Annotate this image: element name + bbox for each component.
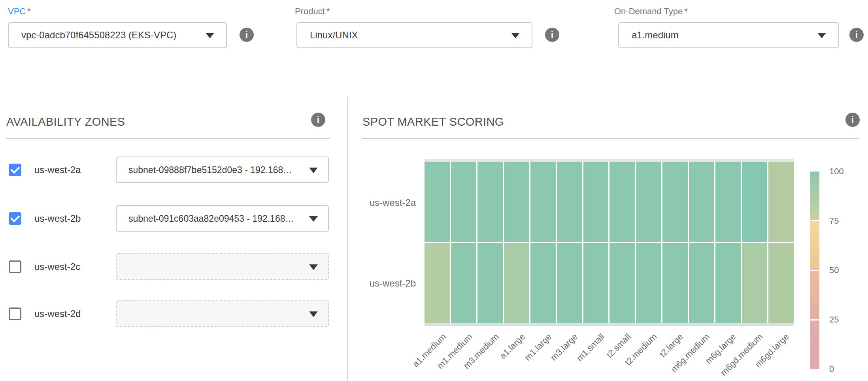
section-divider	[362, 138, 859, 139]
heatmap-colorbar	[810, 172, 819, 369]
on-demand-type-label-text: On-Demand Type	[614, 6, 683, 16]
az-zone-label: us-west-2a	[34, 164, 81, 175]
heatmap-cell-us-west-2a-m3.medium	[477, 162, 503, 242]
heatmap-cell-us-west-2a-m6gd.medium	[742, 162, 767, 242]
colorbar-tick-0: 0	[829, 364, 834, 374]
heatmap-cell-us-west-2b-m3.medium	[477, 243, 503, 323]
heatmap-cell-us-west-2a-m6g.medium	[689, 162, 714, 242]
on-demand-type-info-icon[interactable]: i	[849, 28, 864, 42]
required-asterisk: *	[684, 6, 688, 16]
checkmark-icon	[10, 213, 20, 222]
heatmap-cell-us-west-2b-m1.large	[530, 243, 556, 323]
az-row-us-west-2d: us-west-2d	[0, 300, 340, 327]
heatmap-cell-us-west-2b-a1.medium	[425, 243, 450, 323]
spot-score-heatmap	[425, 162, 794, 323]
heatmap-row-label-us-west-2a: us-west-2a	[340, 197, 416, 208]
required-asterisk: *	[27, 6, 31, 16]
spot-configuration-page: VPC* vpc-0adcb70f645508223 (EKS-VPC) i P…	[0, 0, 868, 381]
subnet-select[interactable]	[116, 300, 329, 327]
product-label: Product*	[295, 6, 564, 17]
heatmap-cell-us-west-2b-m6gd.medium	[742, 243, 767, 323]
availability-zones-title: AVAILABILITY ZONES	[6, 115, 125, 128]
chevron-down-icon	[206, 33, 214, 38]
az-row-us-west-2b: us-west-2b subnet-091c603aa82e09453 - 19…	[0, 205, 340, 232]
heatmap-cell-us-west-2b-t2.large	[662, 243, 688, 323]
az-row-us-west-2c: us-west-2c	[0, 253, 340, 280]
vpc-select[interactable]: vpc-0adcb70f645508223 (EKS-VPC)	[8, 22, 227, 48]
heatmap-cell-us-west-2a-t2.small	[609, 162, 635, 242]
heatmap-cell-us-west-2b-t2.medium	[636, 243, 661, 323]
heatmap-cell-us-west-2b-m3.large	[557, 243, 582, 323]
heatmap-cell-us-west-2b-a1.large	[504, 243, 529, 323]
heatmap-col-label-a1.large: a1.large	[498, 332, 527, 361]
heatmap-cell-us-west-2b-m6g.medium	[689, 243, 714, 323]
product-label-text: Product	[295, 6, 325, 16]
heatmap-cell-us-west-2b-m6g.large	[715, 243, 741, 323]
az-checkbox[interactable]	[9, 307, 21, 320]
az-row-us-west-2a: us-west-2a subnet-09888f7be5152d0e3 - 19…	[0, 157, 340, 183]
colorbar-tick-100: 100	[829, 166, 844, 177]
availability-zones-info-icon[interactable]: i	[311, 113, 325, 127]
heatmap-cell-us-west-2b-m1.medium	[451, 243, 476, 323]
heatmap-x-axis-labels: a1.mediumm1.mediumm3.mediuma1.largem1.la…	[425, 328, 794, 381]
heatmap-cell-us-west-2b-t2.small	[609, 243, 635, 323]
vpc-label-text: VPC	[8, 6, 26, 16]
az-zone-label: us-west-2c	[34, 261, 80, 272]
spot-market-scoring-title: SPOT MARKET SCORING	[362, 115, 504, 128]
on-demand-type-select[interactable]: a1.medium	[618, 22, 839, 48]
chevron-down-icon	[817, 33, 826, 38]
colorbar-segment-50-25	[810, 271, 819, 320]
heatmap-axis-line	[425, 323, 794, 326]
heatmap-cell-us-west-2a-m6g.large	[715, 162, 741, 242]
subnet-select[interactable]: subnet-09888f7be5152d0e3 - 192.168…	[116, 157, 329, 183]
az-checkbox[interactable]	[9, 164, 21, 176]
vpc-field: VPC* vpc-0adcb70f645508223 (EKS-VPC) i	[8, 6, 269, 17]
product-field: Product* Linux/UNIX i	[295, 6, 564, 17]
heatmap-cell-us-west-2a-m1.small	[583, 162, 609, 242]
heatmap-cell-us-west-2a-m1.large	[530, 162, 556, 242]
section-divider	[6, 138, 330, 139]
subnet-select[interactable]: subnet-091c603aa82e09453 - 192.168…	[116, 205, 329, 232]
subnet-select[interactable]	[116, 253, 329, 280]
vpc-select-value: vpc-0adcb70f645508223 (EKS-VPC)	[21, 30, 176, 41]
heatmap-col-label-m1.large: m1.large	[523, 332, 554, 363]
heatmap-cell-us-west-2a-m3.large	[557, 162, 582, 242]
heatmap-cell-us-west-2a-m1.medium	[451, 162, 476, 242]
product-select-value: Linux/UNIX	[310, 30, 358, 41]
heatmap-col-label-m3.large: m3.large	[549, 332, 580, 363]
az-checkbox[interactable]	[9, 212, 21, 225]
panel-divider	[347, 97, 348, 381]
heatmap-cell-us-west-2a-a1.large	[504, 162, 529, 242]
heatmap-row-label-us-west-2b: us-west-2b	[340, 278, 416, 289]
chevron-down-icon	[309, 264, 318, 270]
chevron-down-icon	[309, 168, 318, 173]
checkmark-icon	[10, 164, 20, 174]
on-demand-type-field: On-Demand Type* a1.medium i	[614, 6, 868, 17]
chevron-down-icon	[511, 33, 520, 38]
heatmap-col-label-m1.small: m1.small	[574, 332, 606, 364]
colorbar-segment-75-50	[810, 221, 819, 270]
heatmap-cell-us-west-2a-a1.medium	[425, 162, 450, 242]
product-select[interactable]: Linux/UNIX	[296, 22, 532, 48]
heatmap-cell-us-west-2a-t2.medium	[636, 162, 661, 242]
colorbar-tick-25: 25	[829, 315, 839, 325]
az-zone-label: us-west-2d	[34, 308, 81, 319]
spot-market-scoring-info-icon[interactable]: i	[845, 113, 860, 127]
chevron-down-icon	[309, 311, 318, 317]
on-demand-type-label: On-Demand Type*	[614, 6, 868, 17]
required-asterisk: *	[326, 6, 330, 16]
colorbar-segment-100-75	[810, 172, 819, 220]
subnet-select-value: subnet-09888f7be5152d0e3 - 192.168…	[128, 164, 292, 175]
az-zone-label: us-west-2b	[34, 213, 81, 224]
az-checkbox[interactable]	[9, 260, 21, 273]
heatmap-cell-us-west-2a-t2.large	[662, 162, 688, 242]
colorbar-tick-50: 50	[829, 265, 839, 275]
on-demand-type-select-value: a1.medium	[632, 30, 679, 41]
subnet-select-value: subnet-091c603aa82e09453 - 192.168…	[128, 213, 294, 224]
colorbar-segment-25-0	[810, 321, 819, 369]
vpc-label: VPC*	[8, 6, 269, 17]
chevron-down-icon	[309, 216, 318, 222]
vpc-info-icon[interactable]: i	[240, 28, 254, 42]
product-info-icon[interactable]: i	[545, 28, 559, 42]
colorbar-tick-75: 75	[829, 216, 839, 226]
